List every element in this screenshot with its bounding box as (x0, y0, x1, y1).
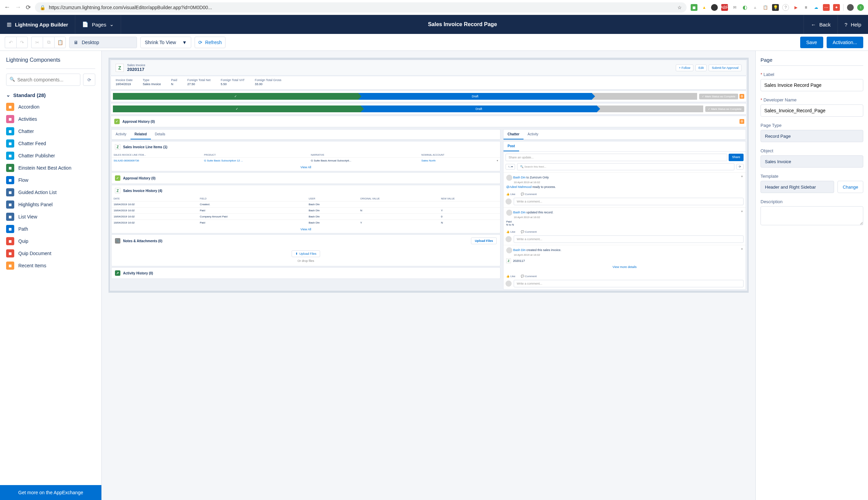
nav-forward-icon[interactable]: → (15, 4, 21, 11)
description-textarea[interactable] (761, 206, 863, 225)
ext-icon[interactable]: ◼ (691, 4, 697, 11)
feed-author[interactable]: Bash Din (513, 176, 526, 179)
copy-button[interactable]: ⧉ (43, 37, 54, 48)
undo-button[interactable]: ↶ (5, 37, 16, 48)
refresh-components-button[interactable]: ⟳ (83, 73, 95, 86)
record-header[interactable]: Z Sales Invoice 2020117 + Follow Edit Su… (111, 60, 747, 76)
component-item[interactable]: ◼Chatter (3, 125, 98, 137)
like-button[interactable]: 👍 Like (506, 275, 516, 278)
view-all-link[interactable]: View All (112, 163, 500, 171)
submit-approval-button[interactable]: Submit for Approval (709, 65, 742, 71)
view-more-link[interactable]: View more details (506, 263, 743, 271)
ext-icon[interactable]: ≡ (802, 4, 809, 11)
gear-icon[interactable]: ⚙ (740, 119, 744, 124)
tab-chatter[interactable]: Chatter (504, 129, 523, 139)
mark-complete-button[interactable]: ✓ Mark Status as Complete (705, 106, 744, 112)
sort-button[interactable]: ↑↓ ▾ (506, 164, 515, 170)
activity-history-card[interactable]: ↗Activity History (0) (111, 267, 500, 279)
post-tab[interactable]: Post (504, 141, 519, 151)
search-input[interactable] (6, 73, 80, 86)
tabs-component[interactable]: Activity Related Details (111, 129, 500, 140)
tab-activity[interactable]: Activity (112, 129, 130, 139)
component-item[interactable]: ◼List View (3, 211, 98, 223)
share-button[interactable]: Share (729, 154, 743, 161)
ext-icon[interactable]: ⋯ (823, 4, 830, 11)
url-bar[interactable]: 🔒 https://zumzum.lightning.force.com/vis… (35, 2, 686, 13)
component-item[interactable]: ◼Guided Action List (3, 186, 98, 198)
refresh-button[interactable]: ⟳ Refresh (195, 37, 225, 48)
component-item[interactable]: ◼Path (3, 223, 98, 235)
feed-search[interactable]: 🔍 Search this feed... (517, 163, 734, 170)
avatar-icon[interactable] (847, 4, 854, 11)
approval-history-card[interactable]: ✓Approval History (0) (111, 172, 500, 184)
ext-icon[interactable]: ✉ (731, 4, 738, 11)
mark-complete-button[interactable]: ✓ Mark Status as Complete (699, 94, 738, 99)
ext-icon[interactable]: ↑ (857, 4, 864, 11)
chatter-tabs[interactable]: Chatter Activity (503, 129, 746, 140)
form-factor-select[interactable]: 🖥 Desktop (69, 37, 137, 48)
approval-history-card[interactable]: ✓ Approval History (0) ⚙ (111, 116, 747, 127)
back-button[interactable]: ← Back (803, 15, 837, 34)
category-toggle[interactable]: ⌄ Standard (28) (0, 86, 101, 101)
comment-input[interactable]: Write a comment... (514, 236, 743, 243)
help-button[interactable]: ? Help (837, 15, 868, 34)
component-item[interactable]: ◼Chatter Feed (3, 137, 98, 150)
ext-icon[interactable]: ▲ (701, 4, 708, 11)
line-items-card[interactable]: Z Sales Invoice Line Items (1) SALES INV… (111, 141, 500, 171)
tab-details[interactable]: Details (151, 129, 170, 139)
devname-input[interactable] (761, 104, 863, 117)
like-button[interactable]: 👍 Like (506, 193, 516, 196)
feed-refresh[interactable]: ⟳ (737, 164, 743, 170)
comment-input[interactable]: Write a comment... (514, 198, 743, 205)
ext-icon[interactable]: ABP (721, 4, 728, 11)
appexchange-link[interactable]: Get more on the AppExchange (0, 485, 101, 500)
tab-activity[interactable]: Activity (523, 129, 543, 139)
ext-icon[interactable]: ▶ (792, 4, 799, 11)
ext-icon[interactable]: ☁ (813, 4, 820, 11)
nav-reload-icon[interactable]: ⟳ (26, 4, 31, 11)
ext-icon[interactable]: ? (782, 4, 789, 11)
edit-button[interactable]: Edit (695, 65, 707, 71)
view-all-link[interactable]: View All (112, 226, 500, 233)
more-icon[interactable]: ▾ (741, 209, 743, 213)
change-template-button[interactable]: Change (837, 181, 863, 193)
component-item[interactable]: ◼Chatter Publisher (3, 150, 98, 162)
gear-icon[interactable]: ⚙ (740, 94, 744, 99)
label-input[interactable] (761, 79, 863, 91)
star-icon[interactable]: ☆ (678, 5, 682, 10)
path-component[interactable]: ✓ Draft ✓ Mark Status as Complete ⚙ (111, 91, 747, 102)
cut-button[interactable]: ✂ (31, 37, 43, 48)
ext-icon[interactable] (711, 4, 718, 11)
upload-files-button[interactable]: Upload Files (471, 237, 497, 244)
redo-button[interactable]: ↷ (16, 37, 28, 48)
follow-button[interactable]: + Follow (676, 65, 693, 71)
save-button[interactable]: Save (800, 37, 823, 48)
comment-input[interactable]: Write a comment... (514, 280, 743, 287)
notes-card[interactable]: 📎 Notes & Attachments (0) Upload Files ⬆… (111, 235, 500, 266)
component-item[interactable]: ◼Quip Document (3, 247, 98, 260)
component-item[interactable]: ◼Activities (3, 113, 98, 125)
chatter-publisher[interactable]: Post Share an update... Share ↑↓ ▾ 🔍 Sea… (503, 141, 746, 290)
comment-button[interactable]: 💬 Comment (521, 275, 537, 278)
tab-related[interactable]: Related (130, 129, 151, 139)
history-card[interactable]: Z Sales Invoice History (4) DATEFIELDUSE… (111, 185, 500, 234)
component-item[interactable]: ◼Recent Items (3, 260, 98, 272)
zoom-select[interactable]: Shrink To View ▼ (140, 37, 191, 48)
component-item[interactable]: ◼Flow (3, 174, 98, 186)
ext-icon[interactable]: ✦ (833, 4, 840, 11)
component-item[interactable]: ◼Quip (3, 235, 98, 247)
nav-back-icon[interactable]: ← (4, 4, 10, 11)
ext-icon[interactable]: 📋 (762, 4, 769, 11)
comment-button[interactable]: 💬 Comment (521, 193, 537, 196)
pages-menu[interactable]: 📄 Pages ⌄ (75, 15, 121, 34)
component-item[interactable]: ◼Highlights Panel (3, 198, 98, 211)
component-item[interactable]: ◼Accordion (3, 101, 98, 113)
ext-icon[interactable]: ▲ (752, 4, 759, 11)
more-icon[interactable]: ▾ (741, 175, 743, 178)
ext-icon[interactable]: ◐ (742, 4, 748, 11)
upload-files-button[interactable]: ⬆ Upload Files (292, 250, 320, 257)
component-item[interactable]: ◼Einstein Next Best Action (3, 162, 98, 174)
activation-button[interactable]: Activation... (826, 37, 863, 48)
like-button[interactable]: 👍 Like (506, 230, 516, 234)
highlights-fields[interactable]: Invoice Date18/04/2019TypeSales InvoiceP… (111, 76, 747, 90)
